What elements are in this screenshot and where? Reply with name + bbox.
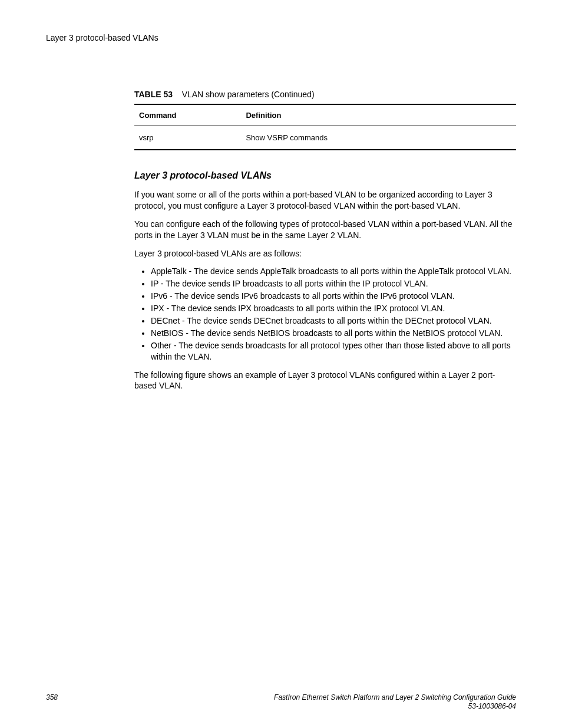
- table-cell-command: vsrp: [134, 126, 241, 150]
- list-item: AppleTalk - The device sends AppleTalk b…: [151, 266, 516, 277]
- paragraph: You can configure each of the following …: [134, 219, 516, 241]
- paragraph: Layer 3 protocol-based VLANs are as foll…: [134, 248, 516, 259]
- footer-doc-number: 53-1003086-04: [274, 702, 516, 711]
- list-item: NetBIOS - The device sends NetBIOS broad…: [151, 328, 516, 339]
- running-header: Layer 3 protocol-based VLANs: [46, 33, 516, 42]
- list-item: IPX - The device sends IPX broadcasts to…: [151, 303, 516, 314]
- page-footer: 358 FastIron Ethernet Switch Platform an…: [46, 693, 516, 711]
- bullet-list: AppleTalk - The device sends AppleTalk b…: [134, 266, 516, 362]
- table-row: vsrp Show VSRP commands: [134, 126, 516, 150]
- table-header-command: Command: [134, 104, 241, 126]
- footer-doc-title: FastIron Ethernet Switch Platform and La…: [274, 693, 516, 703]
- section-heading: Layer 3 protocol-based VLANs: [134, 170, 516, 181]
- table-header-definition: Definition: [241, 104, 516, 126]
- list-item: Other - The device sends broadcasts for …: [151, 340, 516, 363]
- list-item: DECnet - The device sends DECnet broadca…: [151, 315, 516, 327]
- page-number: 358: [46, 693, 58, 701]
- list-item: IPv6 - The device sends IPv6 broadcasts …: [151, 291, 516, 302]
- table-caption: TABLE 53 VLAN show parameters (Continued…: [134, 90, 516, 99]
- paragraph: The following figure shows an example of…: [134, 370, 516, 392]
- table-label: TABLE 53: [134, 90, 173, 99]
- table-cell-definition: Show VSRP commands: [241, 126, 516, 150]
- list-item: IP - The device sends IP broadcasts to a…: [151, 278, 516, 289]
- paragraph: If you want some or all of the ports wit…: [134, 189, 516, 212]
- table-title: VLAN show parameters (Continued): [182, 90, 315, 99]
- vlan-show-parameters-table: Command Definition vsrp Show VSRP comman…: [134, 104, 516, 150]
